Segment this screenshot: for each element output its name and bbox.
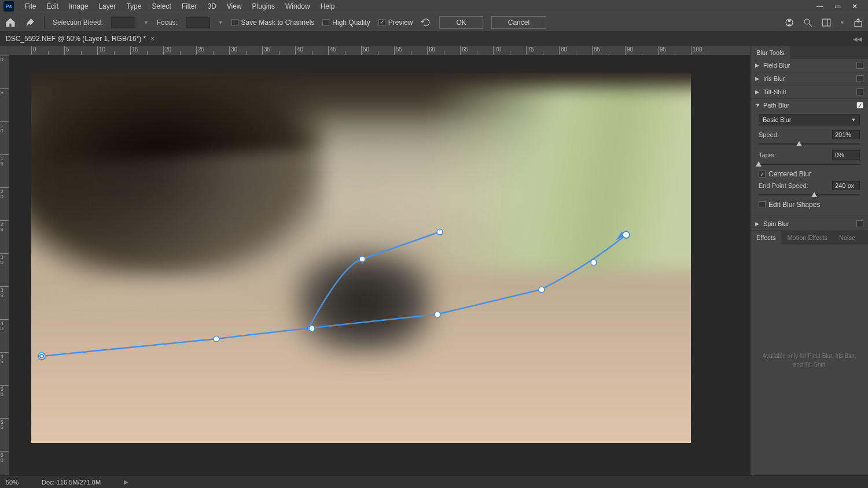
tab-noise[interactable]: Noise [833, 231, 861, 245]
effects-placeholder: Available only for Field Blur, Iris Blur… [751, 245, 868, 475]
canvas[interactable] [31, 73, 691, 443]
workspace-icon[interactable] [821, 17, 832, 28]
iris-blur-header[interactable]: ▶ Iris Blur [751, 72, 868, 85]
workspace: 0510152025303540455055606570758085909510… [0, 46, 868, 475]
menu-layer[interactable]: Layer [93, 0, 121, 13]
speed-slider[interactable] [759, 141, 860, 147]
save-mask-checkbox[interactable]: Save Mask to Channels [231, 19, 315, 27]
svg-line-3 [809, 24, 812, 27]
high-quality-checkbox[interactable]: High Quality [322, 19, 370, 27]
blur-type-dropdown[interactable]: Basic Blur ▼ [759, 114, 860, 125]
options-bar: Selection Bleed: ▼ Focus: ▼ Save Mask to… [0, 13, 868, 31]
chevron-right-icon: ▶ [755, 221, 760, 227]
chevron-down-icon: ▼ [755, 102, 760, 108]
focus-input[interactable] [186, 17, 210, 28]
menu-image[interactable]: Image [64, 0, 93, 13]
menu-view[interactable]: View [222, 0, 247, 13]
speed-label: Speed: [759, 131, 832, 138]
chevron-right-icon: ▶ [755, 89, 760, 95]
vertical-ruler: 0510152025303540455055606570758085909510… [0, 56, 9, 475]
document-tab[interactable]: DSC_5592.NEF @ 50% (Layer 1, RGB/16*) * … [0, 31, 160, 46]
path-blur-toggle[interactable] [856, 102, 863, 109]
spin-blur-section: ▶ Spin Blur [751, 217, 868, 231]
menu-file[interactable]: File [20, 0, 41, 13]
speed-input[interactable] [832, 130, 860, 139]
expand-panels-icon[interactable]: ◀◀ [853, 36, 868, 42]
doc-info-chevron-icon[interactable]: ▶ [124, 479, 128, 485]
menu-3d[interactable]: 3D [202, 0, 221, 13]
menu-bar: Ps FileEditImageLayerTypeSelectFilter3DV… [0, 0, 868, 13]
cloud-icon[interactable] [784, 17, 795, 28]
tilt-shift-section: ▶ Tilt-Shift [751, 86, 868, 99]
close-icon[interactable]: ✕ [849, 2, 860, 10]
spin-blur-toggle[interactable] [856, 220, 863, 227]
svg-rect-4 [822, 19, 830, 26]
menu-edit[interactable]: Edit [41, 0, 64, 13]
window-controls: — ▭ ✕ [815, 2, 865, 10]
app-logo[interactable]: Ps [3, 1, 14, 12]
share-icon[interactable] [853, 17, 863, 28]
menu-window[interactable]: Window [280, 0, 315, 13]
endpoint-speed-slider[interactable] [759, 191, 860, 198]
tab-effects[interactable]: Effects [751, 231, 781, 245]
menu-type[interactable]: Type [121, 0, 146, 13]
maximize-icon[interactable]: ▭ [832, 2, 843, 10]
selection-bleed-input[interactable] [111, 17, 135, 28]
reset-icon[interactable] [421, 17, 431, 28]
iris-blur-toggle[interactable] [856, 75, 863, 82]
doc-info: Doc: 116.5M/271.8M [42, 479, 101, 486]
chevron-down-icon: ▼ [851, 117, 856, 123]
centered-blur-checkbox[interactable]: Centered Blur [759, 170, 860, 178]
tab-motion-effects[interactable]: Motion Effects [781, 231, 833, 245]
field-blur-header[interactable]: ▶ Field Blur [751, 59, 868, 72]
menu-plugins[interactable]: Plugins [247, 0, 280, 13]
svg-point-2 [804, 19, 810, 24]
search-icon[interactable] [803, 17, 813, 28]
endpoint-speed-label: End Point Speed: [759, 182, 832, 189]
tab-close-icon[interactable]: × [150, 35, 155, 43]
tool-icon[interactable] [24, 17, 36, 28]
chevron-right-icon: ▶ [755, 76, 760, 82]
canvas-area: 0510152025303540455055606570758085909510… [0, 46, 750, 475]
tilt-shift-header[interactable]: ▶ Tilt-Shift [751, 86, 868, 98]
menu-select[interactable]: Select [146, 0, 176, 13]
focus-label: Focus: [157, 19, 178, 27]
chevron-right-icon: ▶ [755, 62, 760, 68]
selection-bleed-label: Selection Bleed: [53, 19, 103, 27]
taper-slider[interactable] [759, 161, 860, 168]
preview-checkbox[interactable]: Preview [378, 19, 413, 27]
field-blur-toggle[interactable] [856, 62, 863, 69]
path-blur-header[interactable]: ▼ Path Blur [751, 99, 868, 112]
edit-blur-shapes-checkbox[interactable]: Edit Blur Shapes [759, 201, 860, 209]
cancel-button[interactable]: Cancel [491, 16, 546, 29]
zoom-level[interactable]: 50% [6, 479, 19, 486]
panel-tab-blur-tools[interactable]: Blur Tools [751, 46, 790, 59]
menu-filter[interactable]: Filter [176, 0, 203, 13]
blur-tools-panel: Blur Tools ▶ Field Blur ▶ Iris Blur ▶ Ti… [750, 46, 868, 475]
horizontal-ruler: 0510152025303540455055606570758085909510… [9, 46, 750, 56]
menu-help[interactable]: Help [315, 0, 340, 13]
effects-subtabs: Effects Motion Effects Noise [751, 231, 868, 245]
svg-point-1 [788, 19, 791, 22]
endpoint-speed-input[interactable] [832, 181, 860, 190]
ok-button[interactable]: OK [439, 16, 483, 29]
tilt-shift-toggle[interactable] [856, 88, 863, 95]
document-tab-bar: DSC_5592.NEF @ 50% (Layer 1, RGB/16*) * … [0, 31, 868, 46]
field-blur-section: ▶ Field Blur [751, 59, 868, 72]
workspace-chevron-icon[interactable]: ▼ [840, 20, 845, 25]
iris-blur-section: ▶ Iris Blur [751, 72, 868, 86]
taper-label: Taper: [759, 151, 832, 158]
ruler-corner [0, 46, 9, 56]
canvas-viewport[interactable] [9, 56, 750, 475]
spin-blur-header[interactable]: ▶ Spin Blur [751, 217, 868, 230]
home-icon[interactable] [5, 17, 16, 28]
minimize-icon[interactable]: — [815, 2, 825, 10]
taper-input[interactable] [832, 150, 860, 160]
status-bar: 50% Doc: 116.5M/271.8M ▶ [0, 475, 868, 488]
path-blur-section: ▼ Path Blur Basic Blur ▼ Speed: T [751, 99, 868, 217]
document-tab-title: DSC_5592.NEF @ 50% (Layer 1, RGB/16*) * [6, 35, 146, 43]
